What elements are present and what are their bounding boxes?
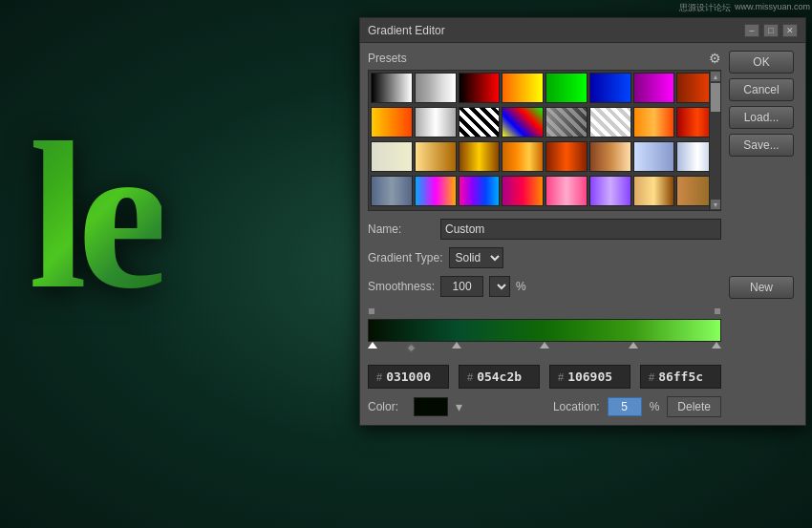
watermark-site2: www.missyuan.com xyxy=(735,2,810,14)
dialog-main: Presets ⚙ xyxy=(368,51,721,417)
preset-swatch[interactable] xyxy=(415,73,457,103)
preset-swatch[interactable] xyxy=(371,73,413,103)
preset-swatch[interactable] xyxy=(502,176,544,206)
preset-swatch[interactable] xyxy=(633,73,675,103)
preset-swatch[interactable] xyxy=(589,176,631,206)
midpoint-diamond[interactable] xyxy=(407,344,417,353)
preset-swatch[interactable] xyxy=(589,141,631,172)
preset-swatch[interactable] xyxy=(371,141,413,172)
scroll-down-arrow[interactable]: ▼ xyxy=(711,200,720,209)
name-input[interactable] xyxy=(440,219,721,240)
gradient-type-label: Gradient Type: xyxy=(368,251,443,264)
dialog-title: Gradient Editor xyxy=(368,24,445,37)
delete-button[interactable]: Delete xyxy=(667,396,721,417)
hex-badge-3[interactable]: # 106905 xyxy=(549,365,630,389)
watermark-site1: 思源设计论坛 xyxy=(679,2,731,14)
preset-swatch[interactable] xyxy=(459,141,501,172)
preset-swatch[interactable] xyxy=(371,107,413,137)
gradient-container xyxy=(368,305,721,357)
preset-swatch[interactable] xyxy=(502,73,544,103)
preset-swatch[interactable] xyxy=(459,176,501,206)
preset-swatch[interactable] xyxy=(633,141,675,172)
preset-swatch[interactable] xyxy=(459,73,501,103)
presets-scrollbar[interactable]: ▲ ▼ xyxy=(709,71,720,210)
preset-swatch[interactable] xyxy=(545,141,588,172)
hex-hash-3: # xyxy=(558,371,564,383)
gradient-type-row: Gradient Type: Solid Noise xyxy=(368,247,721,268)
gradient-bar[interactable] xyxy=(368,319,721,342)
name-label: Name: xyxy=(368,222,435,236)
hex-hash-4: # xyxy=(649,371,654,383)
dialog-titlebar: Gradient Editor – □ ✕ xyxy=(360,18,805,43)
preset-swatch[interactable] xyxy=(459,107,501,137)
preset-swatch[interactable] xyxy=(545,73,588,103)
color-dropdown-arrow[interactable]: ▾ xyxy=(456,399,462,414)
color-stop-4[interactable] xyxy=(629,342,638,348)
hex-row: # 031000 # 054c2b # 106905 # 86ff5c xyxy=(368,365,721,389)
hex-value-2: 054c2b xyxy=(477,370,522,384)
preset-swatch[interactable] xyxy=(633,107,675,137)
hex-badge-1[interactable]: # 031000 xyxy=(368,365,449,389)
preset-swatch[interactable] xyxy=(415,141,457,172)
preset-swatch[interactable] xyxy=(415,176,457,206)
bottom-controls: Color: ▾ Location: % Delete xyxy=(368,396,721,417)
preset-swatch[interactable] xyxy=(502,141,544,172)
color-stop-5[interactable] xyxy=(712,342,721,348)
watermark: 思源设计论坛 www.missyuan.com xyxy=(677,0,812,16)
color-stops-row xyxy=(368,342,721,357)
preset-swatch[interactable] xyxy=(371,176,413,206)
minimize-button[interactable]: – xyxy=(744,24,759,37)
opacity-stop-right[interactable] xyxy=(714,307,721,315)
cancel-button[interactable]: Cancel xyxy=(729,78,794,101)
gradient-editor-dialog: Gradient Editor – □ ✕ Presets ⚙ xyxy=(359,17,806,426)
hex-value-4: 86ff5c xyxy=(658,370,703,384)
location-unit: % xyxy=(650,400,660,413)
leaf-text-graphic: le xyxy=(29,95,161,337)
dialog-sidebar: OK Cancel Load... Save... New xyxy=(729,51,798,417)
color-preview[interactable] xyxy=(414,397,448,416)
save-button[interactable]: Save... xyxy=(729,134,794,157)
hex-value-1: 031000 xyxy=(386,370,431,384)
smoothness-input[interactable] xyxy=(440,276,483,297)
scroll-thumb[interactable] xyxy=(711,83,720,112)
hex-value-3: 106905 xyxy=(567,370,612,384)
presets-grid xyxy=(369,71,720,210)
smoothness-dropdown[interactable]: % xyxy=(489,276,510,297)
new-button-area: New xyxy=(729,276,798,299)
scroll-up-arrow[interactable]: ▲ xyxy=(711,72,720,81)
preset-swatch[interactable] xyxy=(589,73,631,103)
load-button[interactable]: Load... xyxy=(729,106,794,129)
new-button[interactable]: New xyxy=(729,276,794,299)
preset-swatch[interactable] xyxy=(502,107,544,137)
dialog-body: Presets ⚙ xyxy=(360,43,805,425)
color-label: Color: xyxy=(368,400,406,413)
hex-badge-2[interactable]: # 054c2b xyxy=(459,365,540,389)
ok-button[interactable]: OK xyxy=(729,51,794,74)
presets-section: Presets ⚙ xyxy=(368,51,721,66)
smoothness-unit: % xyxy=(516,280,526,293)
preset-swatch[interactable] xyxy=(545,176,588,206)
name-row: Name: xyxy=(368,219,721,240)
preset-swatch[interactable] xyxy=(633,176,675,206)
opacity-stop-left[interactable] xyxy=(368,307,375,315)
presets-label: Presets xyxy=(368,52,407,65)
color-stop-1[interactable] xyxy=(368,342,377,348)
maximize-button[interactable]: □ xyxy=(763,24,779,37)
color-stop-2[interactable] xyxy=(452,342,461,348)
location-input[interactable] xyxy=(608,397,642,416)
preset-swatch[interactable] xyxy=(415,107,457,137)
preset-swatch[interactable] xyxy=(589,107,631,137)
hex-badge-4[interactable]: # 86ff5c xyxy=(640,365,721,389)
gear-icon[interactable]: ⚙ xyxy=(709,51,721,66)
gradient-type-select[interactable]: Solid Noise xyxy=(449,247,503,268)
smoothness-row: Smoothness: % % xyxy=(368,276,721,297)
smoothness-label: Smoothness: xyxy=(368,280,435,293)
color-stop-3[interactable] xyxy=(540,342,549,348)
hex-hash-2: # xyxy=(467,371,473,383)
presets-grid-wrapper: ▲ ▼ xyxy=(368,70,721,211)
preset-swatch[interactable] xyxy=(545,107,588,137)
location-label: Location: xyxy=(553,400,600,413)
hex-hash-1: # xyxy=(376,371,382,383)
opacity-stops-row xyxy=(368,305,721,318)
close-button[interactable]: ✕ xyxy=(782,24,798,37)
